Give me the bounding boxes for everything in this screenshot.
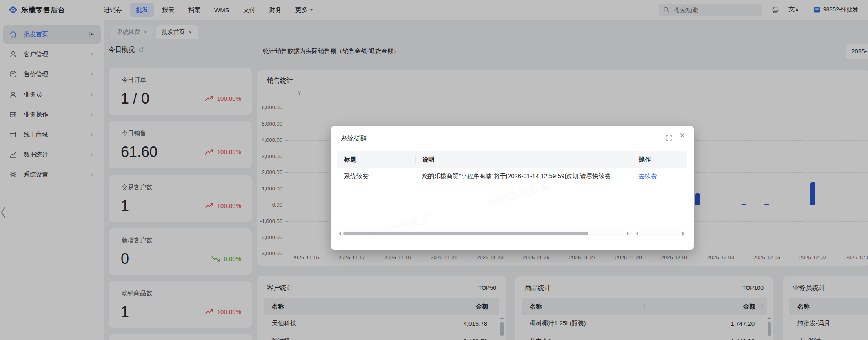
dialog-table: 标题 说明 操作 系统续费 您的乐檬商贸"小程序商城"将于[2026-01-14… — [337, 151, 687, 185]
reminder-description: 您的乐檬商贸"小程序商城"将于[2026-01-14 12:59:59]过期,请… — [415, 172, 632, 180]
dialog-col-title: 标题 — [337, 156, 415, 163]
renew-link[interactable]: 去续费 — [639, 172, 657, 180]
hscroll-thumb[interactable] — [343, 232, 588, 235]
scroll-left-arrow-icon[interactable] — [634, 232, 638, 236]
dialog-col-desc: 说明 — [415, 156, 632, 163]
dialog-title: 系统提醒 — [341, 134, 367, 143]
scroll-right-arrow-icon[interactable] — [682, 232, 686, 236]
dialog-hscrollbar-main[interactable] — [337, 231, 630, 236]
scroll-right-arrow-icon[interactable] — [627, 232, 631, 236]
dialog-expand-icon[interactable] — [666, 135, 672, 141]
dialog-hscrollbar-fixed-col[interactable] — [635, 231, 686, 236]
reminder-title: 系统续费 — [337, 172, 415, 180]
dialog-table-row: 系统续费 您的乐檬商贸"小程序商城"将于[2026-01-14 12:59:59… — [337, 168, 687, 185]
system-reminder-dialog: 98852-纯批发 98852-纯批发 系统提醒 × 标题 说明 操作 系统续费… — [331, 126, 694, 250]
dialog-table-header: 标题 说明 操作 — [337, 151, 687, 168]
dialog-watermark: 98852-纯批发 — [367, 210, 433, 243]
dialog-col-action: 操作 — [632, 156, 687, 163]
app-root: 乐檬零售后台 进销存批发报表档案WMS支付财务更多 文A 98852-纯批发 系… — [0, 0, 868, 340]
scroll-left-arrow-icon[interactable] — [337, 232, 341, 236]
dialog-close-icon[interactable]: × — [679, 131, 685, 140]
